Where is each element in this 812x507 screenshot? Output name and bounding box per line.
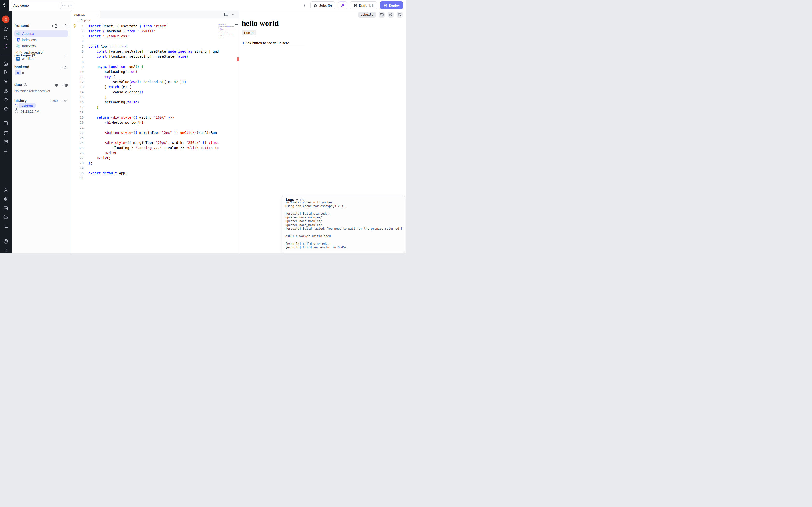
rail-instance-settings-icon[interactable] [3, 206, 8, 211]
history-entry-current[interactable]: Current [19, 103, 36, 108]
line-content: </div> [89, 151, 219, 156]
draft-button[interactable]: Draft ⌘S [350, 1, 377, 9]
file-item-index-tsx[interactable]: index.tsx [14, 43, 68, 49]
code-line-22[interactable]: 22 <button style={{ marginTop: "2px" }} … [71, 130, 219, 135]
history-current-marker [15, 104, 18, 107]
code-line-13[interactable]: 13 } catch (e) { [71, 84, 219, 90]
code-line-10[interactable]: 10 setLoading(true) [71, 69, 219, 74]
code-line-30[interactable]: 30export default App; [71, 171, 219, 176]
backend-script-label[interactable]: a [22, 71, 24, 75]
file-item-index-css[interactable]: 3index.css [14, 37, 68, 43]
close-tab-icon[interactable] [95, 13, 98, 16]
breadcrumb[interactable]: App.tsx [77, 19, 91, 22]
code-line-14[interactable]: 14 console.error() [71, 90, 219, 95]
line-content: try { [89, 74, 219, 79]
add-table-button[interactable] [62, 83, 68, 87]
code-line-6[interactable]: 6 const [value, setValue] = useState(und… [71, 49, 219, 54]
backend-script-badge[interactable]: a [15, 70, 21, 75]
info-icon[interactable] [24, 83, 27, 87]
rail-resources-icon[interactable] [3, 89, 8, 94]
code-line-18[interactable]: 18 [71, 110, 219, 115]
code-line-20[interactable]: 20 <h1>hello world</h1> [71, 120, 219, 125]
file-item-app-tsx[interactable]: App.tsx [14, 31, 68, 37]
rail-learn-icon[interactable] [3, 106, 8, 111]
rail-runs-icon[interactable] [3, 69, 8, 74]
rail-add-icon[interactable] [3, 149, 8, 154]
redo-icon[interactable] [68, 4, 72, 7]
rail-mail-icon[interactable] [3, 139, 8, 144]
rail-audit-logs-icon[interactable] [3, 224, 8, 229]
code-line-8[interactable]: 8 [71, 59, 219, 64]
undo-icon[interactable] [62, 4, 65, 7]
code-line-24[interactable]: 24 <div style={{ marginTop: "20px", widt… [71, 140, 219, 145]
line-number: 12 [71, 79, 84, 84]
data-section-actions [55, 83, 68, 87]
svg-text:3: 3 [17, 39, 18, 41]
ai-wand-button[interactable] [338, 1, 347, 9]
code-line-31[interactable]: 31 [71, 176, 219, 181]
rail-help-icon[interactable] [3, 239, 8, 244]
rail-favorites-icon[interactable] [3, 26, 8, 32]
new-backend-script-button[interactable] [60, 65, 67, 69]
code-line-27[interactable]: 27 </div>; [71, 156, 219, 161]
tab-app-tsx[interactable]: App.tsx [71, 11, 100, 18]
rail-workspace-app-icon[interactable] [2, 16, 10, 23]
rail-expand-sidebar-icon[interactable] [3, 248, 8, 252]
run-a-button[interactable]: Run 'a' [242, 30, 256, 36]
code-line-2[interactable]: 2import { backend } from './wmill' [71, 29, 219, 34]
line-content [89, 176, 219, 181]
rail-search-icon[interactable] [3, 36, 8, 40]
code-line-3[interactable]: 3import './index.css' [71, 34, 219, 39]
code-line-11[interactable]: 11 try { [71, 74, 219, 79]
rail-flows-icon[interactable] [3, 130, 8, 135]
code-line-1[interactable]: 1import React, { useState } from 'react' [71, 24, 219, 29]
code-line-25[interactable]: 25 {loading ? 'Loading ...' : value ?? '… [71, 145, 219, 151]
code-line-26[interactable]: 26 </div> [71, 151, 219, 156]
inspect-element-button[interactable] [379, 12, 385, 18]
rail-schedules-icon[interactable] [3, 121, 8, 125]
snapshot-button[interactable] [61, 99, 67, 103]
minimap[interactable]: import React, { useState } from 'react'i… [219, 24, 235, 55]
rail-account-icon[interactable] [3, 188, 8, 193]
code-line-15[interactable]: 15 } [71, 95, 219, 100]
rail-home-icon[interactable] [3, 61, 8, 66]
open-external-button[interactable] [388, 12, 394, 18]
value-box: Click button to see value here [242, 40, 304, 46]
jobs-button[interactable]: Jobs (0) [310, 1, 335, 9]
code-line-12[interactable]: 12 setValue(await backend.a({ x: 42 })) [71, 79, 219, 84]
code-line-5[interactable]: 5const App = () => { [71, 44, 219, 49]
rail-triggers-icon[interactable] [3, 97, 8, 102]
app-name-input[interactable] [11, 2, 62, 9]
code-lines[interactable]: 1import React, { useState } from 'react'… [71, 24, 219, 181]
line-content: <button style={{ marginTop: "2px" }} onC… [89, 130, 219, 135]
refresh-preview-button[interactable] [397, 12, 403, 18]
code-line-9[interactable]: 9 async function runA() { [71, 64, 219, 69]
windmill-logo-icon[interactable] [2, 3, 7, 8]
code-line-19[interactable]: 19 return <div style={{ width: "100%" }}… [71, 115, 219, 120]
logs-body[interactable]: initializing esbuild worker...Using idb … [286, 201, 403, 251]
code-line-21[interactable]: 21 [71, 125, 219, 130]
section-packages-title[interactable]: packages (7) [14, 53, 37, 57]
code-line-23[interactable]: 23 [71, 135, 219, 140]
code-line-16[interactable]: 16 setLoading(false) [71, 100, 219, 105]
code-line-7[interactable]: 7 const [loading, setLoading] = useState… [71, 54, 219, 59]
code-line-17[interactable]: 17 } [71, 105, 219, 110]
new-file-button[interactable] [51, 24, 58, 28]
history-entry-time[interactable]: 03:23:22 PM [21, 110, 39, 113]
rail-variables-icon[interactable] [3, 79, 8, 84]
new-folder-button[interactable] [62, 24, 68, 28]
split-editor-icon[interactable] [224, 12, 229, 17]
backend-section-actions [60, 65, 67, 69]
code-line-29[interactable]: 29 [71, 166, 219, 171]
deploy-button[interactable]: Deploy [380, 1, 403, 9]
editor-more-icon[interactable] [232, 12, 236, 16]
more-menu-icon[interactable] [303, 3, 307, 7]
data-settings-button[interactable] [55, 83, 58, 87]
scrollbar-thumb[interactable] [236, 24, 238, 25]
packages-expand-icon[interactable] [64, 54, 67, 57]
rail-ai-assistant-icon[interactable] [3, 44, 8, 49]
rail-settings-icon[interactable] [3, 197, 8, 202]
code-line-4[interactable]: 4 [71, 39, 219, 44]
code-line-28[interactable]: 28}; [71, 161, 219, 166]
rail-folders-icon[interactable] [3, 215, 8, 220]
